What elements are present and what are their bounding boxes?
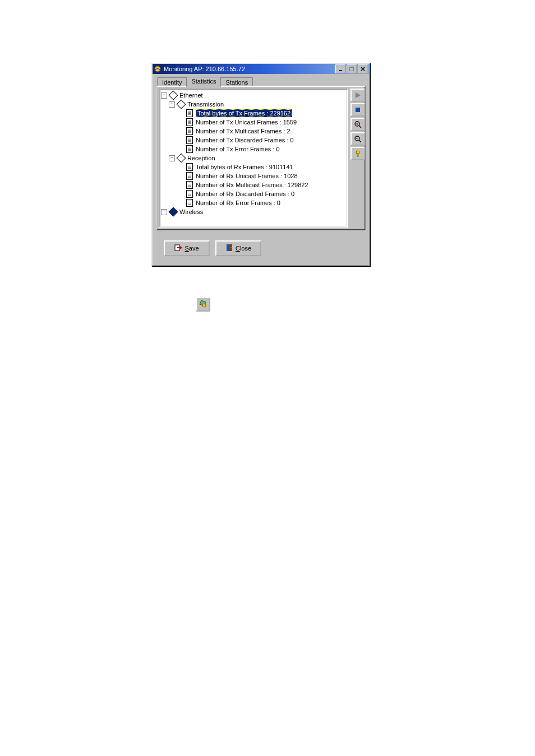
svg-rect-1 — [339, 70, 342, 71]
zoom-out-button[interactable] — [350, 132, 365, 146]
svg-point-19 — [230, 247, 232, 248]
page-icon — [186, 190, 193, 198]
button-label: SSaveave — [185, 245, 199, 252]
svg-line-11 — [359, 140, 361, 142]
gear-refresh-icon — [199, 300, 207, 309]
collapse-icon[interactable]: − — [169, 101, 175, 108]
svg-line-7 — [359, 126, 361, 128]
settings-button[interactable] — [350, 147, 365, 160]
tree-label: Number of Rx Multicast Frames : 129822 — [196, 182, 308, 188]
svg-marker-4 — [356, 92, 361, 98]
tab-strip: Identity Statistics Stations — [156, 76, 366, 86]
window-title: Monitoring AP: 210.66.155.72 — [164, 66, 335, 72]
tree-label: Number of Rx Discarded Frames : 0 — [196, 191, 294, 197]
stop-button[interactable] — [350, 103, 365, 117]
save-button[interactable]: SSaveave — [164, 240, 210, 256]
client-area: Identity Statistics Stations − Ethernet … — [153, 74, 369, 265]
tree-node-ethernet[interactable]: − Ethernet — [161, 91, 346, 100]
tab-label: Statistics — [191, 78, 216, 85]
tree-leaf[interactable]: Number of Tx Unicast Frames : 1559 — [161, 118, 346, 127]
tree-label: Number of Tx Error Frames : 0 — [196, 146, 280, 152]
side-toolbar — [350, 89, 363, 228]
collapse-icon[interactable]: − — [161, 92, 167, 99]
tab-panel: − Ethernet − Transmission — [156, 86, 366, 230]
tree-label: Ethernet — [179, 92, 203, 99]
page-icon — [186, 109, 193, 117]
diamond-icon — [169, 91, 177, 99]
tree-label: Wireless — [179, 208, 203, 215]
tree-label: Number of Rx Unicast Frames : 1028 — [196, 173, 298, 179]
door-icon — [225, 244, 233, 253]
tree-node-transmission[interactable]: − Transmission — [161, 100, 346, 109]
tree-label: Total bytes of Tx Frames : 229162 — [196, 109, 292, 117]
close-button[interactable] — [358, 64, 368, 73]
monitoring-window: Monitoring AP: 210.66.155.72 Identity St… — [151, 63, 370, 266]
svg-point-21 — [202, 304, 206, 307]
play-button[interactable] — [350, 89, 365, 102]
diamond-icon — [177, 100, 185, 108]
page-icon — [186, 136, 193, 144]
tree-label: Number of Rx Error Frames : 0 — [196, 200, 280, 206]
maximize-button[interactable] — [347, 64, 357, 73]
tree-label: Number of Tx Multicast Frames : 2 — [196, 128, 290, 134]
tree-leaf[interactable]: Number of Rx Discarded Frames : 0 — [161, 189, 346, 198]
tab-label: Stations — [225, 79, 248, 86]
tree-label: Reception — [187, 155, 215, 161]
tree-node-reception[interactable]: − Reception — [161, 154, 346, 163]
bottom-bar: SSaveave CCloselose — [156, 235, 366, 262]
svg-rect-3 — [349, 67, 354, 68]
app-icon — [154, 65, 162, 73]
page-icon — [186, 172, 193, 180]
page-icon — [186, 163, 193, 171]
diamond-icon — [177, 154, 185, 162]
svg-rect-14 — [357, 154, 358, 156]
tree-leaf[interactable]: Number of Tx Multicast Frames : 2 — [161, 127, 346, 136]
diamond-icon — [169, 208, 177, 216]
tree-leaf[interactable]: Total bytes of Tx Frames : 229162 — [161, 109, 346, 118]
page-icon — [186, 127, 193, 135]
tree-leaf[interactable]: Number of Tx Error Frames : 0 — [161, 145, 346, 154]
tree-leaf[interactable]: Number of Tx Discarded Frames : 0 — [161, 136, 346, 145]
tree-leaf[interactable]: Number of Rx Multicast Frames : 129822 — [161, 180, 346, 189]
collapse-icon[interactable]: − — [169, 155, 175, 161]
tab-label: Identity — [162, 79, 182, 86]
tree-label: Number of Tx Unicast Frames : 1559 — [196, 119, 297, 126]
zoom-in-button[interactable] — [350, 118, 365, 131]
tree-label: Transmission — [187, 101, 224, 108]
page-icon — [186, 181, 193, 189]
standalone-tool-button[interactable] — [196, 297, 210, 312]
close-button-bottom[interactable]: CCloselose — [215, 240, 261, 256]
tree-label: Total bytes of Rx Frames : 9101141 — [196, 164, 293, 170]
tree-leaf[interactable]: Total bytes of Rx Frames : 9101141 — [161, 163, 346, 171]
button-label: CCloselose — [236, 245, 251, 252]
tree-leaf[interactable]: Number of Rx Error Frames : 0 — [161, 198, 346, 207]
page-icon — [186, 118, 193, 126]
page-icon — [186, 145, 193, 153]
tree-label: Number of Tx Discarded Frames : 0 — [196, 137, 294, 143]
tree-leaf[interactable]: Number of Rx Unicast Frames : 1028 — [161, 171, 346, 180]
svg-rect-17 — [229, 244, 232, 251]
svg-rect-18 — [227, 244, 229, 251]
tab-statistics[interactable]: Statistics — [186, 77, 221, 87]
titlebar[interactable]: Monitoring AP: 210.66.155.72 — [153, 64, 369, 74]
svg-rect-5 — [356, 108, 360, 112]
svg-marker-16 — [180, 246, 182, 249]
expand-icon[interactable]: + — [161, 209, 167, 215]
minimize-button[interactable] — [335, 64, 345, 73]
save-icon — [174, 244, 182, 252]
tree-node-wireless[interactable]: + Wireless — [161, 207, 346, 216]
statistics-tree[interactable]: − Ethernet − Transmission — [159, 89, 348, 228]
page-icon — [186, 199, 193, 207]
